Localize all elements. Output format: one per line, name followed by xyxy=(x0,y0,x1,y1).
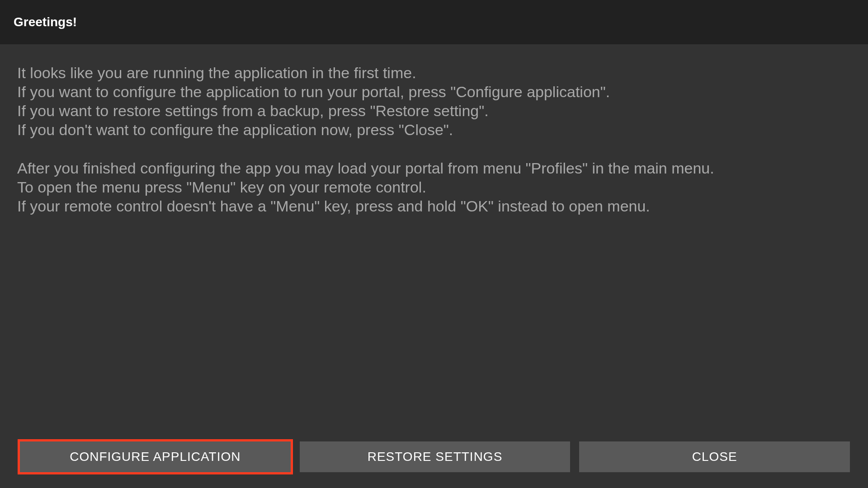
configure-application-button[interactable]: CONFIGURE APPLICATION xyxy=(20,441,291,472)
message-line-3: If you want to restore settings from a b… xyxy=(17,102,489,119)
dialog-header: Greetings! xyxy=(0,0,868,44)
message-line-2: If you want to configure the application… xyxy=(17,83,610,100)
message-line-8: If your remote control doesn't have a "M… xyxy=(17,197,650,215)
close-button[interactable]: CLOSE xyxy=(579,441,850,472)
message-line-4: If you don't want to configure the appli… xyxy=(17,121,453,138)
message-line-1: It looks like you are running the applic… xyxy=(17,64,416,81)
restore-settings-button[interactable]: RESTORE SETTINGS xyxy=(300,441,571,472)
dialog-message: It looks like you are running the applic… xyxy=(17,63,851,216)
message-line-6: After you finished configuring the app y… xyxy=(17,160,714,177)
dialog-title: Greetings! xyxy=(14,15,77,29)
message-line-7: To open the menu press "Menu" key on you… xyxy=(17,178,426,196)
dialog-content: It looks like you are running the applic… xyxy=(0,44,868,235)
button-row: CONFIGURE APPLICATION RESTORE SETTINGS C… xyxy=(20,441,850,472)
